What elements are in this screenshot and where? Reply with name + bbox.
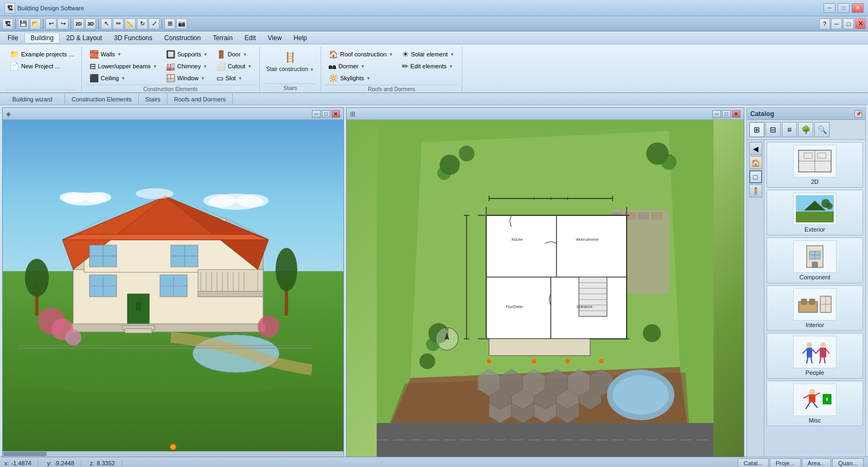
- catalog-item-component[interactable]: Component: [767, 238, 863, 283]
- restore-ribbon-button[interactable]: □: [843, 18, 854, 29]
- roof-construction-icon: 🏠: [329, 50, 338, 59]
- view-3d-close[interactable]: ✕: [331, 110, 340, 118]
- catalog-item-people[interactable]: People: [767, 333, 863, 379]
- minimize-button[interactable]: ─: [824, 3, 835, 13]
- status-tab-quantity[interactable]: Quan...: [832, 458, 864, 468]
- svg-rect-132: [489, 339, 590, 356]
- stairs-section[interactable]: Stairs: [139, 93, 168, 105]
- supports-button[interactable]: 🔲 Supports ▼: [163, 49, 211, 60]
- restore-button[interactable]: □: [838, 3, 850, 13]
- undo-button[interactable]: ↩: [46, 18, 56, 29]
- menu-construction[interactable]: Construction: [159, 33, 206, 43]
- camera-button[interactable]: 📷: [176, 18, 187, 29]
- status-tab-area[interactable]: Area...: [802, 458, 831, 468]
- edit-elements-button[interactable]: ✏ Edit elements ▼: [399, 61, 458, 72]
- dormer-button[interactable]: 🏘 Dormer ▼: [326, 61, 397, 72]
- status-x: x: -1.4874: [4, 460, 39, 466]
- plan-2d-content[interactable]: Küche Wohnzimmer Flur/Diele Entrance N: [347, 120, 744, 457]
- svg-rect-163: [807, 348, 812, 357]
- menu-terrain[interactable]: Terrain: [207, 33, 238, 43]
- skylights-dropdown-arrow: ▼: [366, 76, 371, 81]
- view-2d-minimize[interactable]: ─: [712, 110, 721, 118]
- close-app-button[interactable]: ✕: [855, 18, 866, 29]
- quicktools-group-label: [7, 89, 77, 92]
- status-tab-catalog[interactable]: Catal...: [738, 458, 769, 468]
- menu-file[interactable]: File: [2, 33, 23, 43]
- menu-help[interactable]: Help: [288, 33, 312, 43]
- menu-2d-layout[interactable]: 2D & Layout: [61, 33, 107, 43]
- view-3d-scrollbar-h[interactable]: [3, 451, 343, 457]
- roof-construction-button[interactable]: 🏠 Roof construction ▼: [326, 49, 397, 60]
- save-button[interactable]: 💾: [18, 18, 29, 29]
- catalog-view-button[interactable]: ⊞: [749, 122, 764, 137]
- zoom-extents-button[interactable]: ⊞: [164, 18, 175, 29]
- help-button[interactable]: ?: [819, 18, 830, 29]
- minimize-ribbon-button[interactable]: ─: [831, 18, 842, 29]
- menu-view[interactable]: View: [263, 33, 288, 43]
- view-2d-restore[interactable]: □: [722, 110, 731, 118]
- chimney-button[interactable]: 🏭 Chimney ▼: [163, 61, 211, 72]
- 2d-mode-button[interactable]: 2D: [73, 18, 84, 29]
- catalog-items-button[interactable]: ⊟: [765, 122, 781, 137]
- select-tool-button[interactable]: ↖: [101, 18, 112, 29]
- catalog-search-button[interactable]: 🔍: [814, 122, 829, 137]
- scene-3d[interactable]: [3, 120, 343, 457]
- catalog-back-button[interactable]: ◀: [749, 142, 762, 155]
- catalog-person-button[interactable]: 🧍: [749, 184, 762, 197]
- rotate-tool-button[interactable]: ↻: [137, 18, 148, 29]
- svg-text:N: N: [445, 326, 449, 331]
- cutout-icon: ⬜: [216, 62, 226, 71]
- view-3d-restore[interactable]: □: [322, 110, 330, 118]
- svg-line-166: [807, 357, 808, 363]
- cutout-button[interactable]: ⬜ Cutout ▼: [213, 61, 255, 72]
- view-3d-minimize[interactable]: ─: [312, 110, 321, 118]
- roofs-dormers-section[interactable]: Roofs and Dormers: [168, 93, 233, 105]
- view-2d-header-buttons: ─ □ ✕: [712, 110, 741, 118]
- menu-3d-functions[interactable]: 3D Functions: [108, 33, 158, 43]
- 3d-mode-button[interactable]: 3D: [85, 18, 96, 29]
- menu-building[interactable]: Building: [24, 33, 60, 43]
- catalog-active-floor-button[interactable]: □: [749, 170, 762, 183]
- new-project-icon: 📄: [10, 62, 19, 71]
- slot-button[interactable]: ▭ Slot ▼: [213, 73, 255, 84]
- solar-element-button[interactable]: ☀ Solar element ▼: [399, 49, 458, 60]
- skylights-button[interactable]: 🔆 Skylights ▼: [326, 73, 397, 84]
- ceiling-button[interactable]: ⬛ Ceiling ▼: [86, 73, 161, 84]
- catalog-list-button[interactable]: ≡: [782, 122, 797, 137]
- app-menu-button[interactable]: 🏗: [2, 18, 13, 29]
- stair-construction-button[interactable]: 🪜 Stair construction ▼: [264, 49, 316, 73]
- catalog-pin-button[interactable]: 📌: [854, 110, 862, 118]
- new-project-button[interactable]: 📄 New Project ...: [7, 61, 77, 72]
- construction-elements-section[interactable]: Construction Elements: [65, 93, 139, 105]
- catalog-item-interior-label: Interior: [806, 322, 824, 328]
- catalog-item-2d[interactable]: 2D: [767, 142, 863, 188]
- svg-rect-116: [579, 277, 607, 316]
- svg-rect-45: [125, 329, 152, 333]
- close-button[interactable]: ✕: [852, 3, 864, 13]
- svg-line-179: [813, 402, 818, 408]
- window-button[interactable]: 🪟 Window ▼: [163, 73, 211, 84]
- lower-upper-beams-button[interactable]: ⊟ Lower/upper beams ▼: [86, 61, 161, 72]
- svg-point-54: [276, 248, 297, 291]
- menu-edit[interactable]: Edit: [239, 33, 261, 43]
- redo-button[interactable]: ↪: [58, 18, 68, 29]
- catalog-item-misc[interactable]: ⬆ Misc: [767, 381, 863, 426]
- status-tab-project[interactable]: Proje...: [770, 458, 801, 468]
- catalog-item-exterior[interactable]: Exterior: [767, 190, 863, 235]
- roofs-col1: 🏠 Roof construction ▼ 🏘 Dormer ▼ 🔆 Skyli…: [326, 49, 397, 84]
- y-label: y:: [47, 460, 52, 466]
- catalog-item-interior[interactable]: Interior: [767, 285, 863, 331]
- svg-text:Küche: Küche: [512, 237, 523, 242]
- open-button[interactable]: 📂: [30, 18, 41, 29]
- construction-group-label: Construction Elements: [86, 85, 255, 93]
- door-button[interactable]: 🚪 Door ▼: [213, 49, 255, 60]
- walls-button[interactable]: 🧱 Walls ▼: [86, 49, 161, 60]
- measure-tool-button[interactable]: 📐: [125, 18, 136, 29]
- catalog-floors-button[interactable]: 🏠: [749, 156, 762, 169]
- scale-tool-button[interactable]: ⤢: [149, 18, 159, 29]
- draw-tool-button[interactable]: ✏: [113, 18, 124, 29]
- example-projects-button[interactable]: 📁 Example projects ...: [7, 49, 77, 60]
- catalog-tree-button[interactable]: 🌳: [798, 122, 813, 137]
- view-2d-close[interactable]: ✕: [732, 110, 741, 118]
- building-wizard-section[interactable]: Building wizard: [0, 93, 65, 105]
